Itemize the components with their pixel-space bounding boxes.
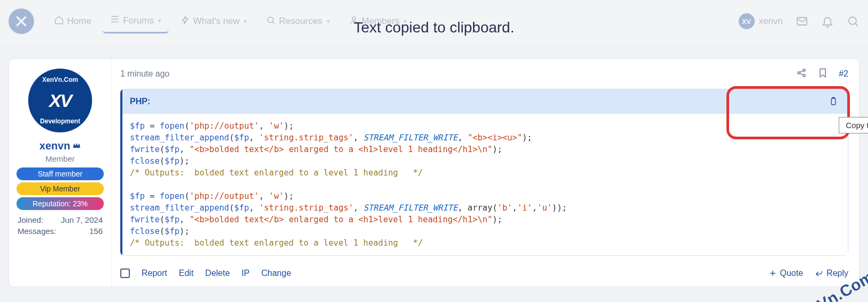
copy-tooltip: Copy to clipboard: [839, 117, 868, 133]
user-avatar-small: XV: [739, 13, 755, 29]
joined-label: Joined:: [18, 215, 43, 224]
user-title: Member: [13, 154, 107, 163]
username[interactable]: xenvn: [39, 140, 81, 152]
footer-right: Quote Reply: [768, 269, 849, 278]
crown-icon: [72, 140, 81, 152]
avatar-top-text: XenVn.Com: [42, 76, 78, 83]
stat-messages: Messages: 156: [18, 226, 103, 236]
chevron-down-icon[interactable]: ▾: [327, 18, 330, 25]
avatar-center-text: XV: [49, 90, 71, 111]
edit-link[interactable]: Edit: [179, 269, 194, 278]
code-block: PHP: Copy to clipboard $fp = fopen('php:…: [120, 89, 848, 256]
code-content[interactable]: $fp = fopen('php://output', 'w'); stream…: [122, 114, 848, 255]
code-header: PHP: Copy to clipboard: [122, 89, 848, 114]
post-time[interactable]: 1 minute ago: [120, 69, 170, 79]
post-header: 1 minute ago #2: [120, 68, 848, 80]
nav-user-label: xenvn: [759, 16, 783, 27]
user-avatar[interactable]: XenVn.Com XV Development: [28, 69, 92, 132]
site-logo[interactable]: [9, 9, 34, 34]
joined-value: Jun 7, 2024: [61, 215, 103, 224]
badge-reputation: Reputation: 23%: [16, 197, 104, 210]
inbox-icon[interactable]: [796, 15, 808, 28]
change-link[interactable]: Change: [261, 269, 291, 278]
messages-value: 156: [89, 226, 103, 236]
nav-resources[interactable]: Resources ▾: [259, 10, 337, 33]
avatar-bottom-text: Development: [40, 118, 80, 125]
nav-user[interactable]: XV xenvn: [739, 13, 783, 29]
toast-message: Text copied to clipboard.: [354, 19, 515, 36]
post-body: 1 minute ago #2 PHP: Copy to clip: [111, 59, 859, 287]
svg-rect-7: [831, 98, 836, 105]
badge-staff: Staff member: [16, 167, 104, 180]
nav-right: XV xenvn: [739, 13, 859, 29]
username-text: xenvn: [39, 140, 70, 152]
quote-button[interactable]: Quote: [768, 269, 804, 278]
share-icon[interactable]: [796, 68, 807, 80]
user-column: XenVn.Com XV Development xenvn Member St…: [9, 59, 111, 287]
messages-label: Messages:: [18, 226, 56, 236]
chevron-down-icon[interactable]: ▾: [158, 17, 161, 24]
resources-icon: [266, 15, 276, 28]
bookmark-icon[interactable]: [817, 68, 828, 80]
bell-icon[interactable]: [821, 15, 834, 28]
user-stats: Joined: Jun 7, 2024 Messages: 156: [13, 215, 107, 236]
post-header-actions: #2: [796, 68, 848, 80]
post-footer: Report Edit Delete IP Change Quote Reply: [120, 269, 848, 278]
svg-point-3: [849, 17, 856, 24]
nav-forums-label: Forums: [123, 15, 154, 26]
badge-vip: Vip Member: [16, 182, 104, 195]
chevron-down-icon[interactable]: ▾: [244, 18, 247, 25]
home-icon: [54, 15, 64, 28]
ip-link[interactable]: IP: [242, 269, 250, 278]
nav-forums[interactable]: Forums ▾: [103, 9, 169, 33]
nav-whatsnew-label: What's new: [193, 16, 239, 27]
svg-point-0: [268, 17, 274, 23]
delete-link[interactable]: Delete: [205, 269, 230, 278]
select-checkbox[interactable]: [120, 269, 130, 278]
footer-left: Report Edit Delete IP Change: [120, 269, 291, 278]
post: XenVn.Com XV Development xenvn Member St…: [9, 58, 859, 287]
copy-button[interactable]: [826, 95, 840, 108]
bolt-icon: [180, 15, 190, 28]
nav-whatsnew[interactable]: What's new ▾: [173, 10, 254, 33]
reply-label: Reply: [826, 269, 848, 278]
nav-resources-label: Resources: [279, 16, 322, 27]
code-language-label: PHP:: [130, 97, 150, 106]
nav-home-label: Home: [67, 16, 91, 27]
report-link[interactable]: Report: [142, 269, 167, 278]
nav-home[interactable]: Home: [47, 10, 98, 33]
quote-label: Quote: [780, 269, 804, 278]
forums-icon: [110, 14, 120, 27]
reply-button[interactable]: Reply: [815, 269, 848, 278]
post-number[interactable]: #2: [839, 69, 848, 79]
stat-joined: Joined: Jun 7, 2024: [18, 215, 103, 224]
search-icon[interactable]: [847, 15, 859, 28]
